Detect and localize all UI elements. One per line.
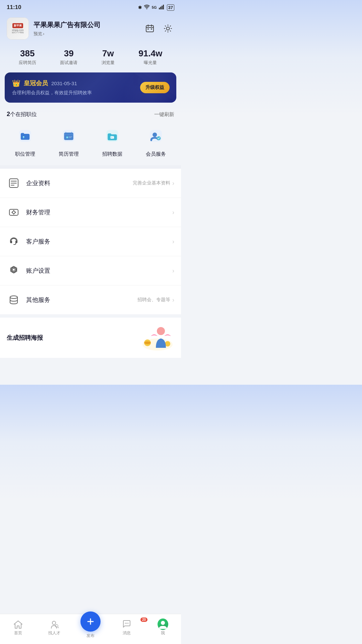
- enterprise-arrow: ›: [172, 180, 174, 187]
- finance-arrow: ›: [172, 209, 174, 216]
- header-actions: [143, 22, 174, 35]
- stats-row: 385 应聘简历 39 面试邀请 7w 浏览量 91.4w 曝光量: [0, 43, 181, 72]
- stat-resumes-label: 应聘简历: [19, 60, 36, 66]
- other-services-hint: 招聘会、专题等: [137, 297, 170, 303]
- vip-date: 2031-05-31: [51, 80, 77, 86]
- vip-banner: 👑 皇冠会员 2031-05-31 合理利用会员权益，有效提升招聘效率 升级权益: [5, 72, 176, 103]
- svg-rect-0: [159, 8, 160, 9]
- other-services-icon: [7, 293, 21, 307]
- customer-service-label: 客户服务: [26, 237, 172, 246]
- position-management-icon: [13, 124, 37, 148]
- wifi-icon: [144, 5, 150, 10]
- menu-item-account-settings[interactable]: 账户设置 ›: [0, 256, 181, 285]
- job-count-unit: 个在招职位: [10, 111, 37, 117]
- enterprise-right: 完善企业基本资料 ›: [133, 180, 174, 187]
- company-name: 平果果果广告有限公司: [34, 20, 139, 30]
- action-position-management[interactable]: 职位管理: [7, 124, 44, 157]
- svg-point-14: [23, 137, 24, 138]
- recruitment-data-icon: [101, 124, 124, 148]
- resume-management-icon: [57, 124, 80, 148]
- svg-point-27: [157, 136, 161, 140]
- menu-list: 企业资料 完善企业基本资料 › 财务管理 ›: [0, 169, 181, 314]
- company-logo: 新平果 xinpg.com 城市户户网络: [7, 17, 29, 40]
- finance-label: 财务管理: [26, 208, 172, 216]
- finance-right: ›: [172, 209, 174, 216]
- quick-actions: 职位管理 简历管理: [0, 123, 181, 165]
- stat-resumes-number: 385: [19, 48, 36, 59]
- other-services-arrow: ›: [172, 297, 174, 304]
- svg-point-36: [12, 268, 15, 271]
- svg-rect-35: [15, 241, 17, 243]
- section-divider: [0, 165, 181, 169]
- settings-icon[interactable]: [162, 22, 174, 35]
- svg-point-26: [153, 132, 157, 137]
- preview-link[interactable]: 预览 ›: [34, 31, 139, 37]
- svg-point-33: [12, 211, 15, 214]
- job-count-row: 2个在招职位 一键刷新: [0, 109, 181, 123]
- bluetooth-icon: ✱: [138, 5, 142, 10]
- stat-resumes[interactable]: 385 应聘简历: [19, 48, 36, 66]
- resume-management-label: 简历管理: [59, 151, 79, 157]
- one-click-refresh[interactable]: 一键刷新: [154, 111, 174, 118]
- account-settings-arrow: ›: [172, 267, 174, 274]
- menu-item-other-services[interactable]: 其他服务 招聘会、专题等 ›: [0, 285, 181, 314]
- stat-views-number: 7w: [102, 48, 115, 59]
- upgrade-button[interactable]: 升级权益: [140, 82, 170, 93]
- recruitment-data-label: 招聘数据: [102, 151, 122, 157]
- svg-rect-9: [151, 29, 152, 30]
- svg-rect-2: [162, 6, 163, 9]
- stat-exposure-label: 曝光量: [138, 60, 162, 66]
- stat-interviews[interactable]: 39 面试邀请: [60, 48, 77, 66]
- account-settings-label: 账户设置: [26, 267, 172, 275]
- calendar-icon[interactable]: [143, 22, 156, 35]
- battery-indicator: 37: [167, 4, 174, 11]
- position-management-label: 职位管理: [15, 151, 35, 157]
- svg-point-20: [66, 136, 68, 139]
- crown-icon: 👑: [12, 79, 20, 87]
- menu-item-enterprise[interactable]: 企业资料 完善企业基本资料 ›: [0, 169, 181, 198]
- status-icons: ✱ 5G 37: [138, 4, 174, 11]
- svg-rect-3: [163, 5, 164, 9]
- stat-views-label: 浏览量: [102, 60, 115, 66]
- customer-service-arrow: ›: [172, 238, 174, 245]
- svg-rect-1: [160, 7, 161, 9]
- other-services-right: 招聘会、专题等 ›: [137, 297, 174, 304]
- poster-image: [141, 324, 174, 351]
- enterprise-label: 企业资料: [26, 179, 133, 187]
- svg-rect-4: [146, 25, 154, 32]
- poster-title: 生成招聘海报: [7, 334, 43, 342]
- enterprise-hint: 完善企业基本资料: [133, 180, 170, 186]
- finance-icon: [7, 205, 21, 219]
- action-recruitment-data[interactable]: 招聘数据: [94, 124, 131, 157]
- signal-bars-icon: [159, 5, 165, 10]
- stat-interviews-label: 面试邀请: [60, 60, 77, 66]
- menu-item-finance[interactable]: 财务管理 ›: [0, 198, 181, 227]
- account-settings-icon: [7, 264, 21, 278]
- stat-exposure[interactable]: 91.4w 曝光量: [138, 48, 162, 66]
- member-services-icon: [144, 124, 168, 148]
- stat-exposure-number: 91.4w: [138, 48, 162, 59]
- enterprise-icon: [7, 176, 21, 190]
- vip-title: 皇冠会员: [24, 79, 48, 87]
- member-services-label: 会员服务: [146, 151, 166, 157]
- action-resume-management[interactable]: 简历管理: [50, 124, 87, 157]
- status-bar: 11:10 ✱ 5G 37: [0, 0, 181, 13]
- company-info: 平果果果广告有限公司 预览 ›: [34, 20, 139, 37]
- svg-rect-8: [147, 29, 149, 30]
- stat-views[interactable]: 7w 浏览量: [102, 48, 115, 66]
- company-header: 新平果 xinpg.com 城市户户网络 平果果果广告有限公司 预览 ›: [0, 13, 181, 43]
- customer-service-icon: [7, 234, 21, 249]
- stat-interviews-number: 39: [60, 48, 77, 59]
- svg-rect-16: [64, 132, 73, 140]
- svg-point-37: [10, 296, 17, 299]
- account-settings-right: ›: [172, 267, 174, 274]
- poster-banner[interactable]: 生成招聘海报: [0, 318, 181, 358]
- customer-service-right: ›: [172, 238, 174, 245]
- action-member-services[interactable]: 会员服务: [137, 124, 174, 157]
- other-services-label: 其他服务: [26, 296, 137, 304]
- signal-5g-icon: 5G: [152, 5, 157, 9]
- menu-item-customer-service[interactable]: 客户服务 ›: [0, 227, 181, 256]
- svg-point-40: [144, 341, 151, 344]
- job-count-number: 2: [7, 111, 10, 117]
- svg-point-42: [157, 327, 165, 335]
